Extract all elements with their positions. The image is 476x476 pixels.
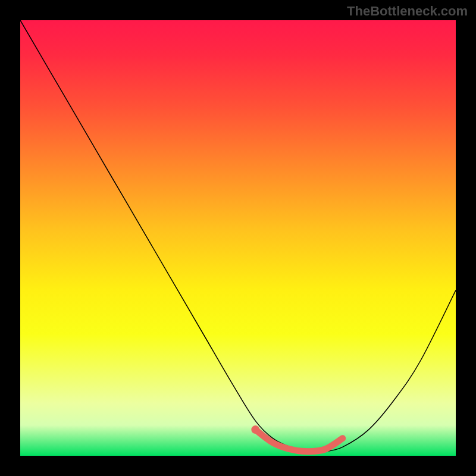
bottleneck-curve	[20, 20, 456, 452]
watermark-text: TheBottleneck.com	[347, 4, 468, 19]
optimal-range-highlight	[255, 430, 342, 452]
optimal-range-start-dot	[251, 425, 259, 434]
chart-plot-area	[20, 20, 456, 456]
chart-svg	[20, 20, 456, 456]
